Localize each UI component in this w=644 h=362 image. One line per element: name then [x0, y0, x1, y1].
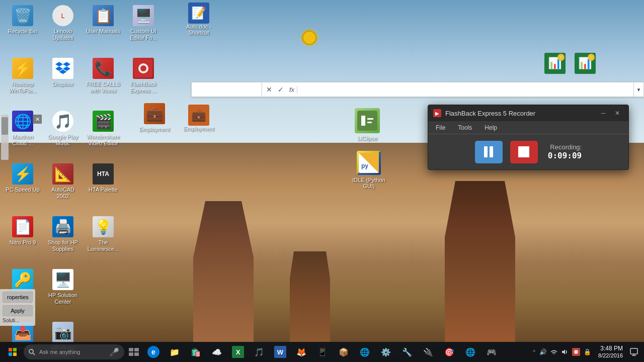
explorer-icon: 📁 — [169, 346, 181, 358]
tray-expand-btn[interactable]: ^ — [531, 349, 537, 355]
desktop-icon-idle[interactable]: py IDLE (PythonGUI) — [349, 151, 389, 189]
taskbar-app-ext1[interactable]: 🔌 — [418, 342, 438, 362]
desktop-icon-wondershare[interactable]: 🎬 WondershareVideo Editor — [83, 108, 123, 153]
svg-text:py: py — [361, 162, 368, 169]
gplay-label: Google PlayMusic — [48, 134, 78, 147]
svg-rect-12 — [367, 118, 373, 120]
idle-label: IDLE (PythonGUI) — [352, 177, 385, 189]
svg-rect-23 — [129, 348, 133, 351]
desktop-icon-dropbox[interactable]: Dropbox — [43, 55, 83, 101]
taskbar-app-dropbox[interactable]: 📦 — [334, 342, 354, 362]
desktop-icon-hp-solution[interactable]: 🖥️ HP SolutionCenter — [43, 266, 83, 312]
taskbar-app-chrome[interactable]: 🌐 — [355, 342, 375, 362]
tray-icon-flashback[interactable] — [571, 344, 581, 359]
taskbar-app-store[interactable]: 🛍️ — [186, 342, 206, 362]
menu-tools[interactable]: Tools — [455, 123, 474, 132]
taskbar-app-media[interactable]: 🎵 — [249, 342, 269, 362]
formula-name-box[interactable] — [192, 82, 262, 97]
taskbar-app-firefox[interactable]: 🦊 — [291, 342, 311, 362]
desktop-icon-custom-ui[interactable]: 🖥️ Custom UIEditor Fo... — [123, 3, 164, 48]
custom-ui-icon: 🖥️ — [133, 5, 154, 26]
stop-button[interactable] — [510, 141, 538, 163]
windows-logo-icon — [9, 348, 17, 356]
svg-marker-27 — [562, 349, 565, 354]
taskbar-app-ext4[interactable]: 🎮 — [481, 342, 502, 362]
svg-point-9 — [140, 65, 146, 71]
employment-label: Employment — [139, 126, 170, 133]
desktop-icon-shop-hp[interactable]: 🖨️ Shop for HPSupplies — [43, 214, 83, 259]
voxox-label: FREE CALLSwith Voxox — [86, 81, 120, 94]
apply-button[interactable]: Apply — [3, 305, 33, 316]
firefox-icon: 🦊 — [295, 346, 307, 358]
media-icon: 🎵 — [253, 346, 265, 358]
svg-rect-18 — [13, 348, 17, 351]
desktop-icon-luminesce[interactable]: 💡 TheLuminesce... — [83, 214, 123, 259]
window-close-btn[interactable]: ✕ — [611, 108, 623, 118]
pcspeedup-label: PC Speed Up — [6, 187, 39, 193]
taskbar-search[interactable]: Ask me anything 🎤 — [24, 344, 124, 359]
app1-icon: 📱 — [316, 346, 329, 358]
custom-ui-label: Custom UIEditor Fo... — [130, 28, 157, 41]
notification-button[interactable] — [626, 342, 641, 362]
autodoc-label: Auto.doc -Shortcut — [186, 24, 211, 36]
tray-icon-extra[interactable]: 🔒 — [582, 344, 592, 359]
pause-button[interactable] — [475, 141, 503, 163]
desktop-icon-gplay-music[interactable]: 🎵 Google PlayMusic — [43, 108, 83, 153]
window-minimize-btn[interactable]: ─ — [597, 108, 609, 118]
side-scrollbar[interactable] — [1, 115, 9, 160]
taskbar-app-app1[interactable]: 📱 — [312, 342, 333, 362]
desktop-icon-pcspeedup[interactable]: ⚡ PC Speed Up — [3, 161, 43, 206]
formula-confirm-btn[interactable]: ✓ — [275, 84, 286, 95]
desktop-icon-hta[interactable]: HTA HTA Palette — [83, 161, 123, 206]
tray-icon-1[interactable]: 🔊 — [538, 344, 548, 359]
desktop-icon-autodoc[interactable]: 📝 Auto.doc -Shortcut — [179, 3, 219, 36]
formula-input[interactable] — [299, 86, 633, 93]
excel-icon-2[interactable]: 📊 ! — [571, 53, 599, 83]
desktop-icon-employment-pos[interactable]: 💼 Employment — [179, 105, 219, 132]
desktop-icon-user-manuals[interactable]: 📋 User Manuals — [83, 3, 123, 48]
window-title: FlashBack Express 5 Recorder — [445, 110, 597, 117]
desktop-icon-nitro[interactable]: 📄 Nitro Pro 9 — [3, 214, 43, 259]
desktop-icon-employment[interactable]: 💼 Employment — [134, 101, 175, 146]
recording-info: Recording: 0:09:09 — [548, 143, 582, 160]
taskbar-app-onedrive[interactable]: ☁️ — [207, 342, 227, 362]
name-box-input[interactable] — [196, 86, 258, 93]
desktop-icon-recycle-bin[interactable]: 🗑️ Recycle Bin — [3, 3, 43, 48]
desktop-icon-autocad[interactable]: 📐 AutoCAD2002 — [43, 161, 83, 206]
taskbar-app-word[interactable]: W — [270, 342, 290, 362]
tray-icon-2[interactable] — [549, 344, 559, 359]
desktop-icon-lenovo[interactable]: L LenovoUpdates — [43, 3, 83, 48]
task-view-button[interactable] — [125, 343, 142, 360]
system-clock[interactable]: 3:48 PM 8/22/2016 — [596, 345, 625, 359]
formula-cancel-btn[interactable]: ✕ — [264, 84, 275, 95]
formula-dropdown-btn[interactable]: ▼ — [633, 82, 643, 97]
microphone-icon: 🎤 — [109, 347, 119, 357]
properties-button[interactable]: roperties — [3, 292, 33, 303]
desktop-icon-flashback[interactable]: FlashBackExpress ... — [123, 55, 164, 101]
employment-label-pos: Employment — [183, 126, 214, 132]
start-button[interactable] — [3, 342, 23, 362]
desktop-icon-liclipse[interactable]: LiClipse — [347, 108, 387, 141]
taskbar-app-ext2[interactable]: 🎯 — [439, 342, 459, 362]
tray-volume-icon[interactable] — [560, 344, 570, 359]
taskbar-app-ext3[interactable]: 🌐 — [460, 342, 480, 362]
flashback-label: FlashBackExpress ... — [130, 81, 156, 94]
side-panel-close-btn[interactable]: ✕ — [33, 115, 42, 124]
taskbar-app-edge[interactable]: e — [143, 342, 164, 362]
formula-fx-label: fx — [287, 86, 297, 94]
taskbar-app-excel[interactable]: X — [228, 342, 248, 362]
excel-icon-1[interactable]: 📊 ! — [541, 53, 569, 83]
menu-help[interactable]: Help — [482, 123, 500, 132]
desktop-icon-novicorp[interactable]: ⚡ NovicorpWinToFla... — [3, 55, 43, 101]
taskbar-app-vs[interactable]: 🔧 — [397, 342, 417, 362]
taskbar-app-cmd[interactable]: ⚙️ — [376, 342, 396, 362]
recycle-bin-label: Recycle Bin — [8, 28, 37, 35]
lenovo-icon: L — [52, 5, 73, 26]
autocad-icon: 📐 — [52, 163, 73, 185]
user-manuals-label: User Manuals — [86, 28, 120, 35]
svg-rect-11 — [361, 116, 365, 126]
desktop-icon-voxox[interactable]: 📞 FREE CALLSwith Voxox — [83, 55, 123, 101]
recording-status-label: Recording: — [550, 143, 582, 151]
taskbar-app-explorer[interactable]: 📁 — [165, 342, 185, 362]
menu-file[interactable]: File — [433, 123, 448, 132]
